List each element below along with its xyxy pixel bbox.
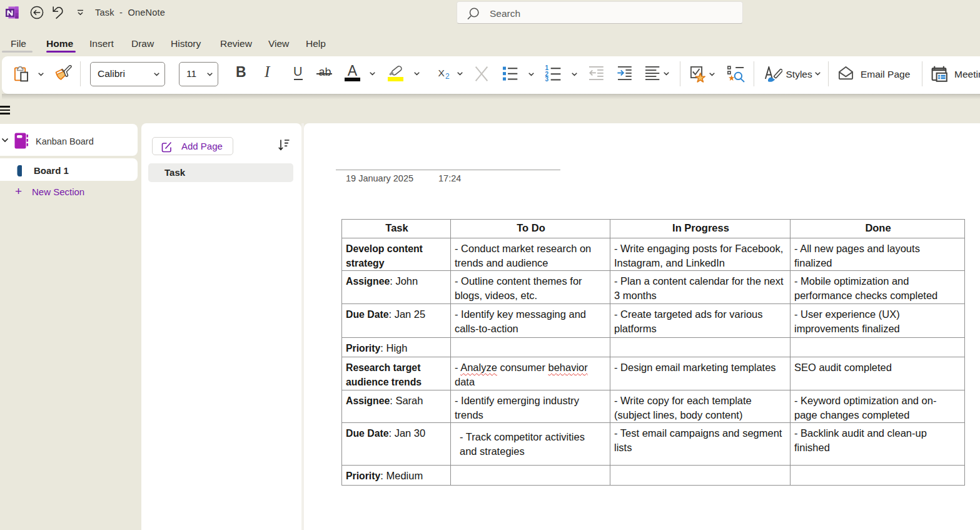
svg-text:3: 3 xyxy=(545,76,548,81)
